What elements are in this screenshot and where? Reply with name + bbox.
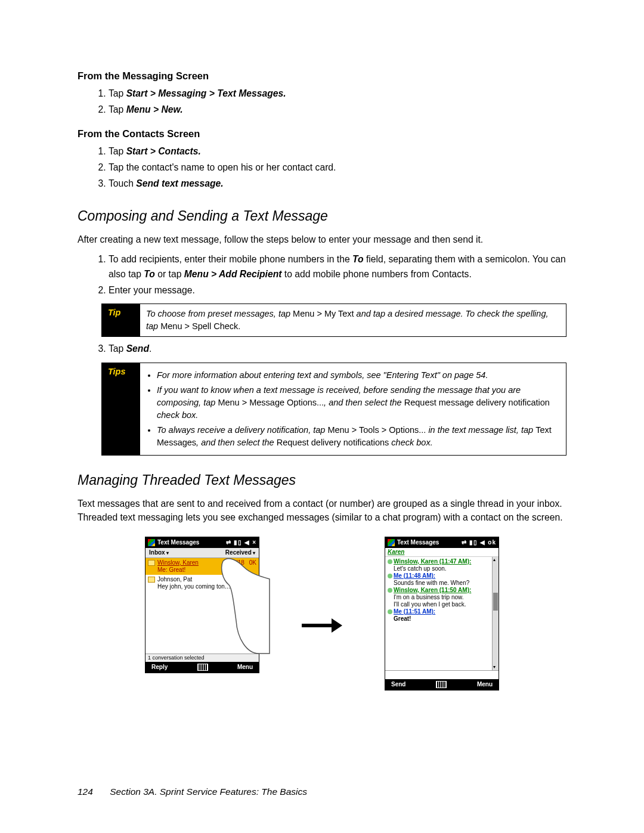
- bold-italic: To: [144, 269, 155, 279]
- step: Tap the contact's name to open his or he…: [109, 160, 566, 175]
- text: check box.: [389, 438, 432, 447]
- bold-italic: Start > Messaging > Text Messages.: [126, 88, 286, 98]
- close-icon: ×: [252, 539, 256, 546]
- heading-contacts-screen: From the Contacts Screen: [78, 128, 566, 140]
- text: or tap: [155, 269, 184, 279]
- scrollbar[interactable]: [492, 557, 499, 670]
- message-list: Winslow, Karen6/180K Me: Great! Johnson,…: [145, 558, 259, 654]
- step: Enter your message.: [109, 283, 566, 298]
- text: .: [238, 321, 240, 331]
- step: Tap Start > Messaging > Text Messages.: [109, 86, 566, 101]
- softkey-menu[interactable]: Menu: [477, 681, 493, 688]
- bold-italic: Send: [126, 343, 149, 354]
- thread-contact-name: Karen: [385, 548, 499, 557]
- thread-body: Winslow, Karen (11:47 AM): Let's catch u…: [385, 557, 499, 670]
- titlebar: Text Messages ⇄ ▮▯ ◀ ok: [385, 537, 499, 548]
- title: Text Messages: [397, 539, 439, 546]
- volume-icon: ◀: [244, 539, 250, 546]
- step: Tap Start > Contacts.: [109, 144, 566, 159]
- presence-icon: [388, 559, 392, 564]
- paragraph: After creating a new text message, follo…: [78, 233, 566, 247]
- tips-content: For more information about entering text…: [140, 363, 566, 455]
- tip-item: For more information about entering text…: [157, 369, 560, 382]
- text: To choose from preset messages, tap: [146, 309, 293, 318]
- message-text: Let's catch up soon.: [388, 565, 491, 572]
- message-text: Sounds fine with me. When?: [388, 580, 491, 587]
- toolbar: Inbox Received: [145, 548, 259, 558]
- menu-path: Menu > Message Options...: [218, 398, 324, 407]
- text: , and then select the: [324, 398, 404, 407]
- page-number: 124: [78, 786, 93, 797]
- preview: Hey john, you coming ton…: [148, 583, 256, 590]
- sender-name: Winslow, Karen: [157, 559, 230, 566]
- softkey-send[interactable]: Send: [391, 681, 405, 688]
- paragraph: Text messages that are sent to and recei…: [78, 497, 566, 525]
- steps-compose-cont: Tap Send.: [78, 342, 566, 356]
- text: Touch: [109, 178, 136, 188]
- tips-label: Tips: [102, 363, 140, 455]
- sender-label: Winslow, Karen (11:50 AM):: [394, 587, 471, 593]
- inbox-dropdown[interactable]: Inbox: [149, 549, 169, 556]
- steps-compose: To add recipients, enter their mobile ph…: [78, 252, 566, 298]
- phone-thread: Text Messages ⇄ ▮▯ ◀ ok Karen Winslow, K…: [385, 537, 499, 690]
- tip-item: To always receive a delivery notificatio…: [157, 424, 560, 449]
- menu-path: Menu > Tools > Options...: [327, 425, 426, 435]
- text: To add recipients, enter their mobile ph…: [109, 254, 352, 264]
- message-row-selected[interactable]: Winslow, Karen6/180K Me: Great!: [145, 558, 259, 575]
- presence-icon: [388, 588, 392, 593]
- menu-path: Menu > Spell Check: [160, 321, 238, 331]
- titlebar: Text Messages ⇄ ▮▯ ◀ ×: [145, 537, 259, 548]
- text: .: [149, 343, 151, 354]
- tip-box: Tip To choose from preset messages, tap …: [101, 304, 566, 337]
- tip-label: Tip: [102, 304, 140, 336]
- ok-button[interactable]: ok: [488, 539, 496, 546]
- presence-icon: [388, 609, 392, 614]
- phone-inbox: Text Messages ⇄ ▮▯ ◀ × Inbox Received Wi…: [145, 537, 259, 673]
- page: From the Messaging Screen Tap Start > Me…: [0, 0, 644, 833]
- bold-italic: To: [352, 254, 364, 264]
- message-text: I'm on a business trip now.: [388, 594, 491, 601]
- steps-messaging: Tap Start > Messaging > Text Messages. T…: [78, 86, 566, 117]
- text: check box.: [157, 410, 198, 420]
- message-text: Great!: [388, 615, 491, 623]
- message-row[interactable]: Johnson, Pat10:45 Hey john, you coming t…: [145, 575, 259, 592]
- tips-box: Tips For more information about entering…: [101, 363, 566, 456]
- keyboard-icon[interactable]: [197, 664, 208, 671]
- phone-illustration: Text Messages ⇄ ▮▯ ◀ × Inbox Received Wi…: [78, 537, 566, 690]
- start-flag-icon: [388, 539, 395, 546]
- sync-icon: ⇄: [226, 539, 231, 546]
- option-name: Request delivery notifications: [277, 438, 389, 447]
- page-footer: 124 Section 3A. Sprint Service Features:…: [78, 786, 307, 797]
- softkey-reply[interactable]: Reply: [151, 664, 168, 671]
- option-name: Request message delivery notification: [404, 398, 550, 407]
- softkey-menu[interactable]: Menu: [237, 664, 253, 671]
- text: To always receive a delivery notificatio…: [157, 425, 327, 435]
- volume-icon: ◀: [480, 539, 485, 546]
- bold-italic: Send text message.: [136, 178, 223, 188]
- steps-contacts: Tap Start > Contacts. Tap the contact's …: [78, 144, 566, 191]
- text: Tap: [109, 343, 126, 354]
- step: Tap Send.: [109, 342, 566, 356]
- softkey-bar: Reply Menu: [145, 662, 259, 673]
- step: Touch Send text message.: [109, 176, 566, 191]
- sender-label: Winslow, Karen (11:47 AM):: [394, 558, 471, 565]
- sender-label: Me (11:51 AM):: [394, 608, 435, 615]
- keyboard-icon[interactable]: [436, 681, 447, 688]
- bold-italic: Menu > New.: [126, 104, 183, 114]
- step: To add recipients, enter their mobile ph…: [109, 252, 566, 281]
- time: 10:45: [242, 576, 256, 583]
- preview: Me: Great!: [148, 566, 256, 574]
- footer-title: Section 3A. Sprint Service Features: The…: [110, 786, 307, 797]
- heading-composing: Composing and Sending a Text Message: [78, 208, 566, 224]
- text: , and then select the: [196, 438, 277, 447]
- text: Tap: [109, 104, 126, 114]
- scrollbar-thumb[interactable]: [493, 593, 498, 611]
- sync-icon: ⇄: [462, 539, 467, 546]
- bold-italic: Menu > Add Recipient: [184, 269, 282, 279]
- sender-label: Me (11:48 AM):: [394, 572, 435, 579]
- received-dropdown[interactable]: Received: [225, 549, 255, 556]
- text: to add mobile phone numbers from Contact…: [281, 269, 471, 279]
- title: Text Messages: [157, 539, 199, 546]
- tip-item: If you want to know when a text message …: [157, 384, 560, 422]
- input-area[interactable]: [385, 670, 499, 679]
